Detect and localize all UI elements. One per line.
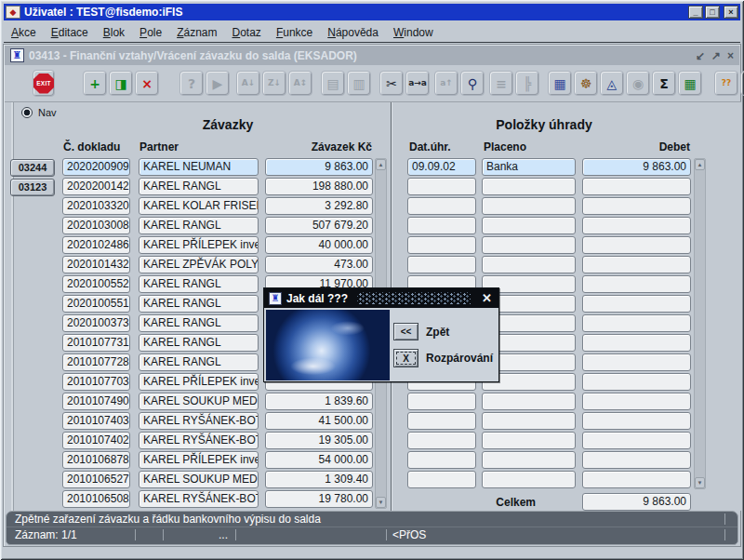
datum-field[interactable] [407,217,476,234]
polozky-row [5,217,741,234]
column-header-datum: Dat.úhr. [409,140,451,153]
alert-beacon-icon[interactable]: ◬ [600,71,624,96]
debet-field[interactable]: 9 863.00 [582,158,691,176]
navigator-wheel-icon[interactable]: ☸ [574,71,598,96]
preview-document-icon[interactable]: ⚲ [460,71,485,96]
menu-item-zznam[interactable]: Záznam [177,26,217,39]
placeno-field[interactable] [482,451,576,469]
datum-field[interactable] [407,236,476,254]
placeno-field[interactable] [482,412,576,430]
datum-field[interactable]: 09.09.02 [407,158,476,176]
debet-field[interactable] [582,393,691,410]
scroll-up-icon[interactable]: ▲ [695,159,705,170]
app-titlebar: ◆ Uživatel : TEST@fisdemo:iFIS _ □ × [4,4,740,20]
debet-field[interactable] [582,432,691,449]
placeno-field[interactable] [482,256,576,273]
debet-field[interactable] [582,275,691,293]
debet-field[interactable] [582,295,691,313]
sort-descending-icon: Z↓ [262,71,286,96]
placeno-field[interactable] [482,471,576,488]
column-header-placeno: Placeno [484,140,526,153]
debet-field[interactable] [582,256,691,273]
back-button[interactable]: << [393,323,418,340]
placeno-field[interactable] [482,178,576,195]
polozky-title: Položky úhrady [405,117,684,132]
exit-icon: EXIT [33,73,54,94]
insert-record-icon[interactable]: + [83,71,107,96]
placeno-field[interactable] [482,197,576,215]
exit-button[interactable]: EXIT [33,70,55,97]
translate-text-icon[interactable]: a→a [405,71,430,96]
polozky-scrollbar[interactable]: ▲ ▼ [694,158,706,489]
placeno-field[interactable] [482,217,576,234]
placeno-field[interactable] [482,432,576,449]
export-excel-icon[interactable]: ▦ [678,71,702,96]
zavazky-title: Závazky [98,117,358,132]
placeno-field[interactable] [482,236,576,254]
menu-bar: AkceEditaceBlokPoleZáznamDotazFunkceNápo… [4,22,740,43]
debet-field[interactable] [582,197,691,215]
debet-field[interactable] [582,412,691,430]
sum-icon[interactable]: Σ [652,71,676,96]
toolbar-icons: +◨×?▶A↓Z↓A↕▤▥✂a→aa↑⚲≡╠▦☸◬◉Σ▦??? [55,71,744,96]
debet-field[interactable] [582,334,691,352]
menu-item-akce[interactable]: Akce [11,26,36,39]
debet-field[interactable] [582,178,691,195]
polozky-row [5,451,741,469]
maximize-icon[interactable]: □ [705,6,720,19]
zavazek-field[interactable]: 19 780.00 [265,490,373,508]
close-icon[interactable]: × [724,6,738,19]
datum-field[interactable] [407,412,476,430]
datum-field[interactable] [407,178,476,195]
delete-record-icon[interactable]: × [135,71,159,96]
debet-field[interactable] [582,373,691,391]
scroll-down-icon[interactable]: ▼ [695,477,705,488]
polozky-row [5,393,741,410]
minimize-icon[interactable]: _ [688,6,703,19]
menu-item-blok[interactable]: Blok [103,26,125,39]
datum-field[interactable] [407,471,476,488]
form-restore-icon[interactable]: ↙ [696,49,705,62]
doklad-field[interactable]: 2010106508 [62,490,130,508]
datum-field[interactable] [407,393,476,410]
menu-item-pole[interactable]: Pole [140,26,162,39]
menu-item-dotaz[interactable]: Dotaz [232,26,261,39]
dialog-close-icon[interactable]: ✕ [480,291,494,305]
menu-item-editace[interactable]: Editace [51,26,88,39]
debet-field[interactable] [582,471,691,488]
placeno-field[interactable] [482,393,576,410]
polozky-row [5,412,741,430]
datum-field[interactable] [407,197,476,215]
duplicate-record-icon[interactable]: ◨ [109,71,133,96]
debet-field[interactable] [582,314,691,332]
menu-item-funkce[interactable]: Funkce [276,26,312,39]
debet-field[interactable] [582,236,691,254]
datum-field[interactable] [407,451,476,469]
context-help-icon[interactable]: ?? [714,71,738,96]
help-icon[interactable]: ? [740,71,744,96]
form-close-icon[interactable]: × [727,49,734,62]
debet-field[interactable] [582,353,691,371]
datum-field[interactable] [407,256,476,273]
status-message-row: Zpětné zařazení závazku a řádku bankovní… [7,512,737,527]
form-detach-icon[interactable]: ↗ [711,49,721,62]
back-button-label: Zpět [426,326,449,339]
partner-field[interactable]: KAREL RYŠÁNEK-BOTEL [139,490,259,508]
form-calendar-icon[interactable]: ▦ [548,71,572,96]
placeno-field[interactable]: Banka [482,158,576,176]
nav-radio[interactable] [21,107,33,118]
rozparovani-button[interactable]: X [393,349,418,367]
polozky-row [5,471,741,488]
menu-item-npovda[interactable]: Nápověda [327,26,379,39]
cut-icon[interactable]: ✂ [379,71,404,96]
nav-radio-label: Nav [38,107,57,118]
record-tree-icon: ╠ [515,71,539,96]
status-message: Zpětné zařazení závazku a řádku bankovní… [15,513,321,526]
form-window-controls: ↙ ↗ × [696,49,734,62]
debet-field[interactable] [582,217,691,234]
form-titlebar: ♜ 03413 - Finanční vztahy/Vrácení závazk… [5,46,739,65]
world-clock-icon: ◉ [626,71,650,96]
debet-field[interactable] [582,451,691,469]
menu-item-window[interactable]: Window [393,26,433,39]
datum-field[interactable] [407,432,476,449]
